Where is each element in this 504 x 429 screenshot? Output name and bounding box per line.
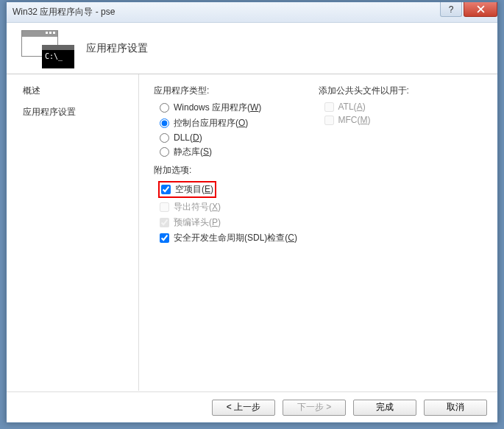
sidebar-item-overview[interactable]: 概述: [23, 85, 138, 97]
additional-options-label: 附加选项:: [154, 164, 319, 177]
prev-button[interactable]: < 上一步: [212, 400, 275, 416]
radio-dll[interactable]: DLL(D): [160, 132, 319, 143]
radio-input-console[interactable]: [160, 118, 169, 128]
wizard-body: 概述 应用程序设置 应用程序类型: Windows 应用程序(W) 控制台应用程…: [7, 74, 497, 391]
checkbox-empty-project[interactable]: 空项目(E): [161, 183, 213, 196]
dialog-window: Win32 应用程序向导 - pse ? C:\_ 应用程序设置 概述 应用程序…: [6, 1, 498, 423]
common-headers-label: 添加公共头文件以用于:: [319, 85, 483, 97]
content-area: 应用程序类型: Windows 应用程序(W) 控制台应用程序(O) DLL(D…: [139, 74, 497, 391]
radio-input-dll[interactable]: [160, 133, 169, 143]
radio-input-static[interactable]: [160, 147, 169, 157]
cancel-button[interactable]: 取消: [424, 400, 487, 416]
checkbox-sdl[interactable]: 安全开发生命周期(SDL)检查(C): [160, 232, 319, 244]
wizard-icon: C:\_: [21, 30, 74, 67]
titlebar: Win32 应用程序向导 - pse ?: [7, 2, 497, 23]
finish-button[interactable]: 完成: [353, 400, 416, 416]
checkbox-input-sdl[interactable]: [160, 233, 169, 243]
radio-label: 控制台应用程序(O): [174, 117, 248, 130]
highlight-box: 空项目(E): [158, 181, 216, 198]
titlebar-title: Win32 应用程序向导 - pse: [13, 6, 115, 18]
left-column: 应用程序类型: Windows 应用程序(W) 控制台应用程序(O) DLL(D…: [154, 85, 319, 380]
radio-windows-app[interactable]: Windows 应用程序(W): [160, 102, 319, 114]
wizard-footer: < 上一步 下一步 > 完成 取消: [7, 391, 497, 422]
checkbox-label: 空项目(E): [175, 183, 213, 196]
radio-static-lib[interactable]: 静态库(S): [160, 146, 319, 158]
wizard-header: C:\_ 应用程序设置: [7, 23, 497, 74]
next-button: 下一步 >: [283, 400, 346, 416]
checkbox-label: 预编译头(P): [174, 216, 221, 229]
checkbox-input-empty[interactable]: [161, 185, 171, 194]
checkbox-label: ATL(A): [338, 102, 366, 112]
checkbox-export-symbols: 导出符号(X): [160, 201, 319, 213]
checkbox-label: 导出符号(X): [174, 201, 221, 213]
radio-input-windows[interactable]: [160, 103, 169, 113]
checkbox-input-pch: [160, 218, 169, 227]
checkbox-atl: ATL(A): [324, 102, 483, 112]
close-icon: [477, 5, 485, 13]
sidebar: 概述 应用程序设置: [7, 74, 139, 391]
checkbox-mfc: MFC(M): [324, 115, 483, 125]
titlebar-buttons: ?: [440, 2, 497, 17]
checkbox-input-mfc: [324, 116, 334, 125]
console-prompt-icon: C:\_: [45, 52, 63, 60]
radio-label: 静态库(S): [174, 146, 212, 158]
app-type-label: 应用程序类型:: [154, 85, 319, 97]
right-column: 添加公共头文件以用于: ATL(A) MFC(M): [319, 85, 483, 380]
checkbox-label: MFC(M): [338, 115, 371, 125]
radio-label: DLL(D): [174, 132, 202, 143]
page-title: 应用程序设置: [86, 42, 148, 55]
help-button[interactable]: ?: [440, 2, 462, 17]
checkbox-input-atl: [324, 102, 334, 112]
radio-console-app[interactable]: 控制台应用程序(O): [160, 117, 319, 130]
radio-label: Windows 应用程序(W): [174, 102, 261, 114]
close-button[interactable]: [464, 2, 497, 17]
checkbox-precompiled-header: 预编译头(P): [160, 216, 319, 229]
checkbox-input-export: [160, 202, 169, 212]
sidebar-item-app-settings[interactable]: 应用程序设置: [23, 106, 138, 118]
checkbox-label: 安全开发生命周期(SDL)检查(C): [174, 232, 297, 244]
